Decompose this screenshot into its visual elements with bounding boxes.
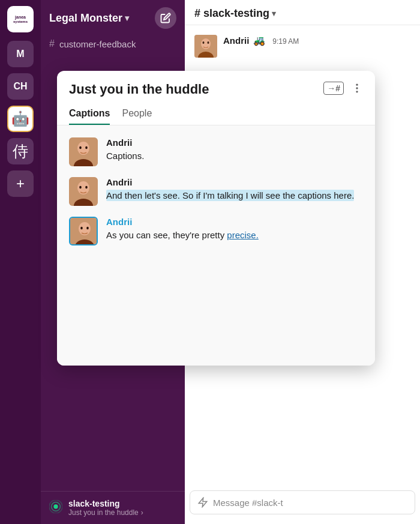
edit-icon [160,13,171,23]
captions-area: Andrii Captions. Andrii And then let' [57,125,375,366]
workspace-m[interactable]: M [7,41,34,67]
svg-point-16 [85,146,88,149]
chat-message-1: Andrii 🚜 9:19 AM [185,25,420,64]
sender-emoji: 🚜 [253,35,265,46]
lightning-icon [197,497,208,508]
huddle-popup-actions: →# [323,82,363,95]
caption-content-3: Andrii As you can see, they're pretty pr… [106,217,363,245]
huddle-popup-title: Just you in the huddle [69,82,209,97]
channel-panel-header: Legal Monster ▾ [41,0,185,35]
caption-text-3: As you can see, they're pretty precise. [106,229,363,242]
huddle-popup: Just you in the huddle →# Captions Peopl… [57,71,375,366]
caption-text-1: Captions. [106,149,363,163]
caption-link-3[interactable]: precise. [227,230,259,240]
avatar-svg [194,35,217,58]
channel-link-button[interactable]: →# [323,82,344,95]
tab-people[interactable]: People [122,103,152,125]
sidebar: janea systems M CH 🤖 侍 + [0,0,41,524]
caption-content-2: Andrii And then let's see. So if I'm tal… [106,177,363,206]
caption-content-1: Andrii Captions. [106,137,363,166]
avatar-svg-1 [69,137,98,166]
svg-point-27 [86,227,89,229]
svg-point-0 [53,504,58,508]
chat-avatar-andrii [194,35,217,58]
caption-entry-2: Andrii And then let's see. So if I'm tal… [69,177,363,206]
workspace-ch[interactable]: CH [7,73,34,100]
svg-point-21 [79,186,82,188]
huddle-text: slack-testing Just you in the huddle › [68,499,143,517]
caption-avatar-1 [69,137,98,166]
more-dots-icon [351,82,363,94]
caption-entry-3: Andrii As you can see, they're pretty pr… [69,217,363,245]
caption-name-3: Andrii [106,217,363,227]
hash-icon: # [49,38,55,49]
huddle-icon [49,500,62,516]
more-options-button[interactable] [351,82,363,94]
huddle-chevron: › [141,508,143,517]
svg-point-15 [79,146,82,149]
huddle-bar[interactable]: slack-testing Just you in the huddle › [41,491,185,524]
workspace-kanji[interactable]: 侍 [7,138,34,164]
svg-point-6 [203,41,205,44]
svg-point-7 [208,41,209,44]
workspace-logo[interactable]: janea systems [7,6,34,32]
add-workspace-button[interactable]: + [7,170,34,197]
workspace-name[interactable]: Legal Monster ▾ [49,12,129,25]
message-input-bar[interactable]: Message #slack-t [190,490,415,514]
svg-point-13 [77,142,89,155]
new-message-button[interactable] [155,7,176,29]
tab-captions[interactable]: Captions [69,103,110,125]
caption-text-2: And then let's see. So if I'm talking I … [106,189,363,202]
workspace-dropdown-arrow: ▾ [125,13,129,23]
svg-marker-8 [199,498,207,507]
avatar-svg-2 [69,177,98,206]
caption-avatar-3 [69,217,98,245]
caption-entry-1: Andrii Captions. [69,137,363,166]
svg-point-24 [79,222,91,235]
svg-point-10 [356,87,358,89]
channel-dropdown-arrow: ▾ [272,9,276,18]
avatar-svg-3 [70,218,98,245]
svg-point-19 [77,181,89,194]
svg-point-22 [85,186,88,188]
workspace-emoji[interactable]: 🤖 [7,106,34,132]
svg-point-11 [356,91,358,92]
huddle-tabs: Captions People [57,103,375,125]
caption-avatar-2 [69,177,98,206]
svg-point-9 [356,84,358,86]
main-header: # slack-testing ▾ [185,0,420,25]
svg-point-26 [80,227,83,229]
channel-item-customer-feedback[interactable]: # customer-feedback [41,35,185,53]
huddle-popup-header: Just you in the huddle →# [57,71,375,97]
channel-title[interactable]: # slack-testing ▾ [194,7,276,20]
chat-content-1: Andrii 🚜 9:19 AM [223,35,410,58]
